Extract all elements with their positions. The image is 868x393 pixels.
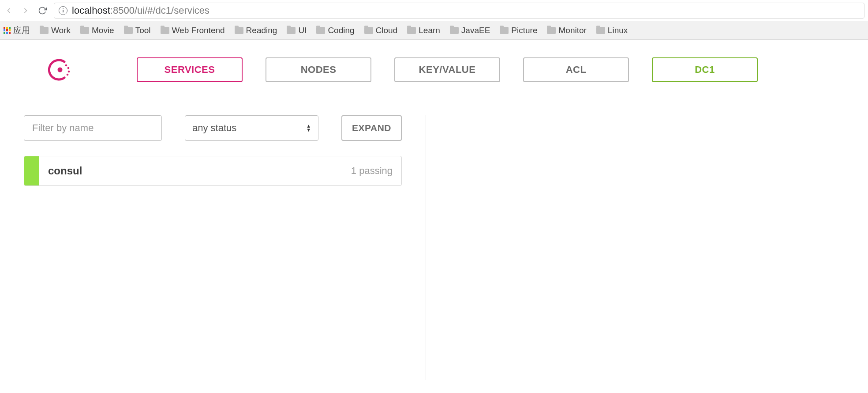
folder-icon <box>547 27 556 34</box>
page-body: SERVICES NODES KEY/VALUE ACL DC1 any sta… <box>0 40 868 380</box>
content-panel: any status ▲▼ EXPAND consul 1 passing <box>0 100 868 380</box>
service-body: consul 1 passing <box>39 156 401 185</box>
folder-icon <box>316 27 325 34</box>
tab-label: KEY/VALUE <box>419 64 476 76</box>
tab-label: SERVICES <box>165 64 215 76</box>
bookmark-folder[interactable]: JavaEE <box>450 26 490 35</box>
tab-acl[interactable]: ACL <box>523 57 629 82</box>
bookmark-label: Monitor <box>558 26 586 35</box>
svg-point-3 <box>68 71 70 73</box>
svg-point-2 <box>67 67 70 69</box>
site-info-icon[interactable]: i <box>59 6 67 15</box>
folder-icon <box>407 27 416 34</box>
bookmark-folder[interactable]: Cloud <box>364 26 398 35</box>
consul-logo-icon <box>48 57 72 82</box>
tab-label: NODES <box>301 64 337 76</box>
bookmark-label: UI <box>298 26 307 35</box>
tab-datacenter[interactable]: DC1 <box>652 57 758 82</box>
folder-icon <box>364 27 373 34</box>
bookmark-label: Coding <box>328 26 354 35</box>
bookmark-label: Cloud <box>376 26 398 35</box>
apps-label: 应用 <box>13 25 30 36</box>
bookmark-label: Work <box>51 26 71 35</box>
url-rest: :8500/ui/#/dc1/services <box>110 5 210 16</box>
url-host: localhost <box>72 5 110 16</box>
bookmark-folder[interactable]: Tool <box>124 26 151 35</box>
folder-icon <box>287 27 296 34</box>
service-passing-count: 1 passing <box>351 165 393 177</box>
bookmark-folder[interactable]: Work <box>40 26 71 35</box>
bookmark-folder[interactable]: UI <box>287 26 307 35</box>
svg-point-0 <box>58 68 63 72</box>
folder-icon <box>596 27 605 34</box>
folder-icon <box>40 27 49 34</box>
folder-icon <box>450 27 459 34</box>
svg-point-1 <box>65 64 67 67</box>
services-column: any status ▲▼ EXPAND consul 1 passing <box>24 115 426 380</box>
bookmark-label: Tool <box>135 26 151 35</box>
select-arrows-icon: ▲▼ <box>306 124 311 132</box>
tab-label: ACL <box>566 64 587 76</box>
back-icon[interactable] <box>4 5 14 16</box>
filter-name-input[interactable] <box>24 115 162 141</box>
bookmark-label: Movie <box>92 26 114 35</box>
bookmark-folder[interactable]: Web Frontend <box>161 26 225 35</box>
bookmark-folder[interactable]: Linux <box>596 26 628 35</box>
address-bar[interactable]: i localhost:8500/ui/#/dc1/services <box>54 3 864 19</box>
status-select[interactable]: any status ▲▼ <box>185 115 318 141</box>
bookmarks-bar: 应用 Work Movie Tool Web Frontend Reading … <box>0 21 868 40</box>
top-nav: SERVICES NODES KEY/VALUE ACL DC1 <box>0 40 868 100</box>
bookmark-folder[interactable]: Reading <box>235 26 277 35</box>
folder-icon <box>80 27 89 34</box>
tab-label: DC1 <box>695 64 715 76</box>
bookmark-label: JavaEE <box>461 26 490 35</box>
forward-icon[interactable] <box>20 5 31 16</box>
folder-icon <box>235 27 243 34</box>
svg-point-4 <box>67 74 69 76</box>
service-name: consul <box>48 165 82 177</box>
tab-nodes[interactable]: NODES <box>266 57 371 82</box>
tab-keyvalue[interactable]: KEY/VALUE <box>394 57 500 82</box>
service-row[interactable]: consul 1 passing <box>24 156 402 186</box>
bookmark-folder[interactable]: Picture <box>500 26 537 35</box>
bookmark-folder[interactable]: Monitor <box>547 26 586 35</box>
bookmark-label: Learn <box>419 26 440 35</box>
service-status-indicator <box>24 156 39 185</box>
bookmark-folder[interactable]: Coding <box>316 26 354 35</box>
folder-icon <box>500 27 509 34</box>
folder-icon <box>124 27 133 34</box>
bookmark-label: Web Frontend <box>172 26 225 35</box>
folder-icon <box>161 27 169 34</box>
nav-tabs: SERVICES NODES KEY/VALUE ACL DC1 <box>137 57 758 82</box>
expand-button[interactable]: EXPAND <box>341 115 402 141</box>
apps-button[interactable]: 应用 <box>4 25 30 36</box>
bookmark-folder[interactable]: Learn <box>407 26 440 35</box>
filter-row: any status ▲▼ EXPAND <box>24 115 402 141</box>
browser-toolbar: i localhost:8500/ui/#/dc1/services <box>0 0 868 21</box>
bookmark-label: Reading <box>246 26 277 35</box>
bookmark-folder[interactable]: Movie <box>80 26 114 35</box>
status-selected-label: any status <box>192 122 236 134</box>
bookmark-label: Picture <box>511 26 537 35</box>
apps-grid-icon <box>4 27 11 34</box>
reload-icon[interactable] <box>37 5 48 16</box>
tab-services[interactable]: SERVICES <box>137 57 243 82</box>
bookmark-label: Linux <box>608 26 628 35</box>
